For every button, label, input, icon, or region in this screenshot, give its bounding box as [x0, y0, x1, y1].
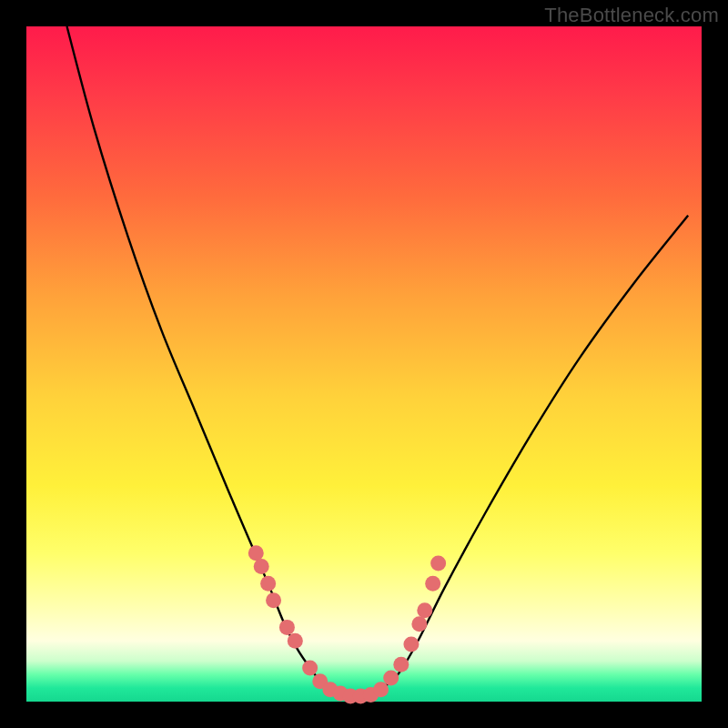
curve-marker [266, 592, 281, 608]
curve-marker [425, 576, 440, 592]
curve-marker [403, 636, 419, 652]
curve-marker [417, 602, 432, 618]
watermark-text: TheBottleneck.com [544, 4, 719, 27]
curve-layer [67, 26, 689, 698]
curve-marker [260, 576, 276, 592]
chart-frame: TheBottleneck.com [0, 0, 728, 728]
marker-layer [248, 545, 446, 703]
chart-svg [26, 26, 702, 702]
curve-marker [248, 545, 264, 561]
curve-marker [279, 620, 295, 635]
curve-marker [288, 633, 303, 649]
curve-marker [411, 616, 427, 632]
curve-marker [302, 660, 318, 675]
curve-marker [393, 657, 409, 672]
curve-marker [383, 671, 399, 686]
curve-marker [254, 559, 269, 574]
curve-marker [430, 555, 446, 571]
bottleneck-curve [67, 26, 689, 698]
